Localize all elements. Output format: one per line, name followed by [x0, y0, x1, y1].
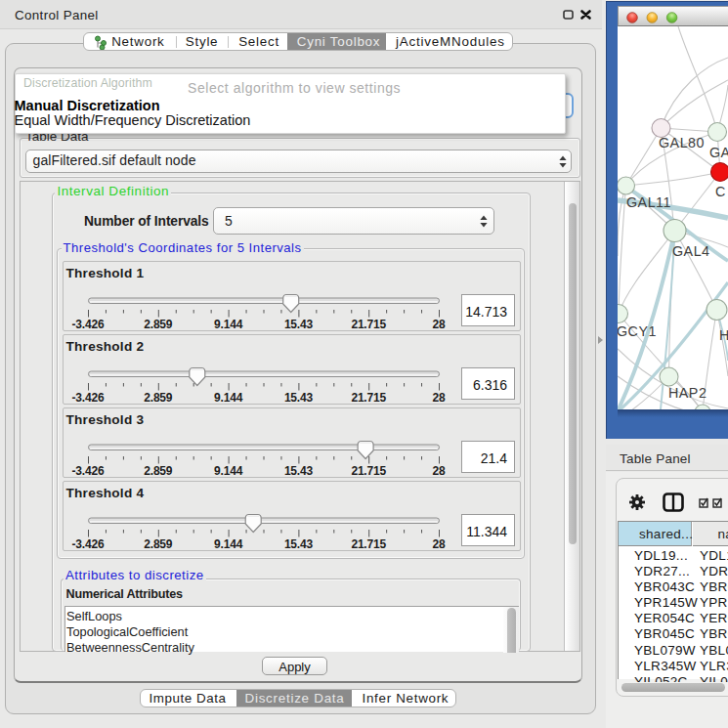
- svg-text:HAP2: HAP2: [668, 385, 707, 401]
- svg-text:GAL4: GAL4: [672, 243, 710, 259]
- svg-text:GA: GA: [709, 145, 728, 160]
- svg-text:GAL80: GAL80: [659, 135, 705, 150]
- svg-text:GCY1: GCY1: [618, 323, 657, 339]
- svg-text:C: C: [715, 184, 726, 199]
- svg-text:GAL11: GAL11: [626, 194, 671, 210]
- svg-text:H: H: [719, 327, 728, 343]
